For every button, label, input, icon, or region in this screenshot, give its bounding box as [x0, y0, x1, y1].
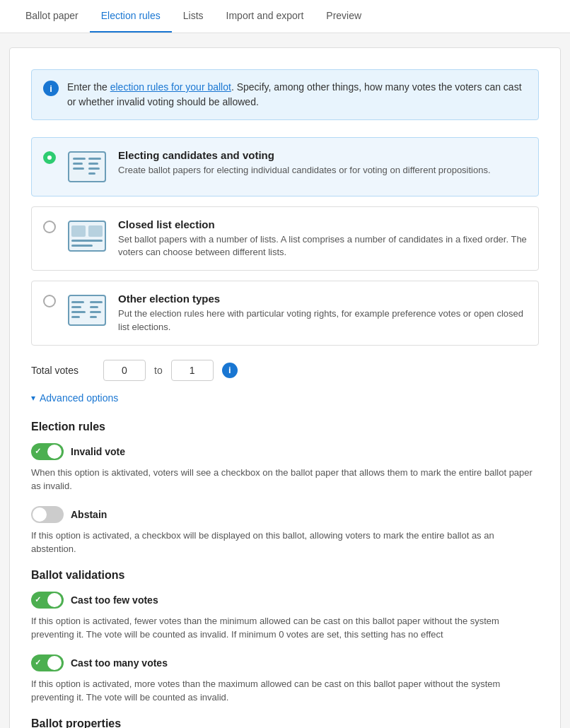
ballot-validations-title: Ballot validations	[31, 569, 539, 582]
ballot-properties-section: Ballot properties ✓ Show available votes…	[31, 717, 539, 728]
svg-rect-11	[71, 240, 103, 242]
tab-election-rules[interactable]: Election rules	[90, 0, 172, 33]
svg-rect-3	[73, 168, 84, 170]
chevron-down-icon: ▾	[31, 393, 35, 403]
electing-icon	[66, 149, 108, 184]
abstain-row: ✓ Abstain	[31, 506, 539, 523]
radio-closed-list[interactable]	[43, 221, 56, 233]
election-option-closed-list[interactable]: Closed list election Set ballot papers w…	[31, 206, 539, 271]
electing-title: Electing candidates and voting	[118, 149, 491, 161]
advanced-options-toggle[interactable]: ▾ Advanced options	[31, 392, 539, 404]
closed-list-icon	[66, 218, 108, 254]
svg-rect-5	[88, 163, 98, 165]
invalid-vote-toggle[interactable]: ✓	[31, 443, 64, 460]
ballot-properties-title: Ballot properties	[31, 717, 539, 728]
tab-lists[interactable]: Lists	[172, 0, 215, 33]
svg-rect-0	[69, 152, 105, 182]
votes-to-label: to	[154, 365, 163, 376]
cast-too-many-row: ✓ Cast too many votes	[31, 654, 539, 671]
svg-rect-15	[71, 306, 81, 308]
advanced-options-label: Advanced options	[40, 392, 118, 404]
other-icon	[66, 293, 108, 328]
election-option-electing[interactable]: Electing candidates and voting Create ba…	[31, 137, 539, 196]
svg-rect-6	[88, 168, 100, 170]
svg-rect-2	[73, 163, 83, 165]
election-rules-title: Election rules	[31, 421, 539, 433]
info-icon: i	[43, 81, 59, 96]
info-banner-text: Enter the election rules for your ballot…	[67, 80, 527, 110]
tab-ballot-paper[interactable]: Ballot paper	[14, 0, 90, 33]
abstain-knob	[33, 507, 47, 522]
total-votes-row: Total votes to i	[31, 360, 539, 381]
other-title: Other election types	[118, 293, 527, 305]
svg-rect-7	[88, 172, 95, 175]
svg-rect-13	[69, 295, 105, 325]
election-rules-section: Election rules ✓ Invalid vote When this …	[31, 421, 539, 556]
invalid-vote-label: Invalid vote	[71, 446, 125, 457]
svg-rect-20	[90, 311, 101, 313]
toggle-check-few-icon: ✓	[35, 595, 41, 604]
cast-too-few-knob	[47, 593, 62, 607]
other-content: Other election types Put the election ru…	[118, 293, 527, 333]
info-banner: i Enter the election rules for your ball…	[31, 69, 539, 120]
tab-import-export[interactable]: Import and export	[215, 0, 315, 33]
cast-too-many-toggle[interactable]: ✓	[31, 654, 64, 671]
svg-rect-10	[88, 225, 103, 237]
election-option-other[interactable]: Other election types Put the election ru…	[31, 281, 539, 345]
cast-too-few-toggle[interactable]: ✓	[31, 592, 64, 609]
cast-too-many-desc: If this option is activated, more votes …	[31, 677, 539, 705]
electing-desc: Create ballot papers for electing indivi…	[118, 164, 491, 177]
ballot-validations-section: Ballot validations ✓ Cast too few votes …	[31, 569, 539, 705]
invalid-vote-row: ✓ Invalid vote	[31, 443, 539, 460]
abstain-label: Abstain	[71, 509, 107, 520]
electing-content: Electing candidates and voting Create ba…	[118, 149, 491, 177]
svg-rect-19	[90, 306, 98, 308]
invalid-vote-knob	[47, 445, 62, 459]
abstain-desc: If this option is activated, a checkbox …	[31, 529, 539, 556]
total-votes-label: Total votes	[31, 365, 95, 376]
svg-rect-18	[90, 301, 103, 303]
total-votes-info-icon[interactable]: i	[222, 363, 238, 378]
svg-rect-16	[71, 311, 86, 313]
svg-rect-1	[73, 158, 86, 160]
votes-to-input[interactable]	[171, 360, 214, 381]
closed-list-content: Closed list election Set ballot papers w…	[118, 218, 527, 259]
closed-list-desc: Set ballot papers with a number of lists…	[118, 233, 527, 259]
cast-too-few-desc: If this option is activated, fewer votes…	[31, 614, 539, 642]
svg-rect-17	[71, 316, 80, 318]
main-content: i Enter the election rules for your ball…	[9, 47, 561, 728]
toggle-check-many-icon: ✓	[35, 658, 41, 667]
cast-too-few-row: ✓ Cast too few votes	[31, 592, 539, 609]
other-desc: Put the election rules here with particu…	[118, 307, 527, 333]
cast-too-few-label: Cast too few votes	[71, 594, 158, 606]
abstain-toggle[interactable]: ✓	[31, 506, 64, 523]
svg-rect-4	[88, 158, 101, 160]
svg-rect-9	[71, 225, 86, 237]
toggle-check-icon: ✓	[35, 447, 41, 456]
radio-other[interactable]	[43, 295, 56, 307]
invalid-vote-desc: When this option is aktivated, voters wi…	[31, 466, 539, 493]
svg-rect-12	[71, 245, 93, 247]
cast-too-many-label: Cast too many votes	[71, 657, 168, 669]
closed-list-title: Closed list election	[118, 218, 527, 230]
svg-rect-14	[71, 301, 84, 303]
cast-too-many-knob	[47, 656, 62, 670]
radio-electing[interactable]	[43, 151, 56, 164]
nav-tabs: Ballot paper Election rules Lists Import…	[0, 0, 570, 33]
tab-preview[interactable]: Preview	[315, 0, 373, 33]
election-rules-link[interactable]: election rules for your ballot	[110, 81, 231, 93]
svg-rect-21	[90, 316, 97, 318]
votes-from-input[interactable]	[103, 360, 146, 381]
